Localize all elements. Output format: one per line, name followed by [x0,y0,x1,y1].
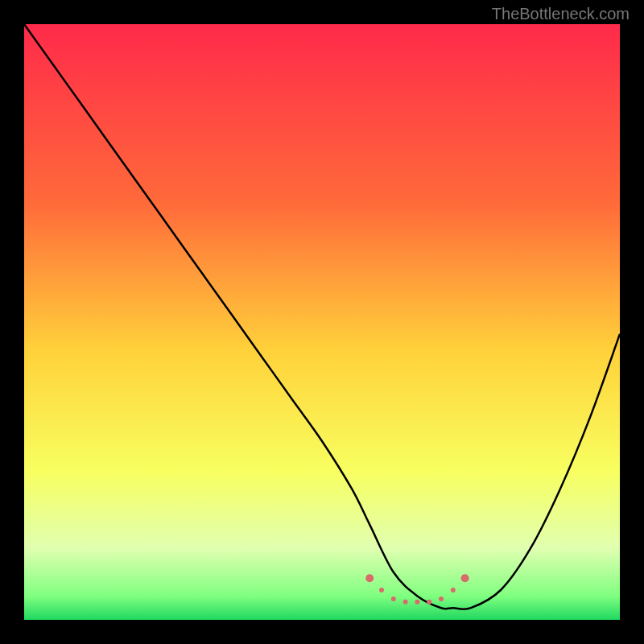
highlight-marker [365,574,374,582]
gradient-background [24,24,620,620]
highlight-marker [439,597,444,601]
chart-container: TheBottleneck.com [0,0,644,644]
highlight-marker [403,600,408,605]
plot-area [24,24,620,620]
highlight-marker [391,597,396,601]
highlight-marker [427,600,431,605]
highlight-marker [451,588,456,592]
highlight-marker [461,574,469,582]
watermark-text: TheBottleneck.com [492,5,630,23]
highlight-marker [379,588,384,592]
highlight-marker [415,600,419,605]
chart-svg [24,24,620,620]
